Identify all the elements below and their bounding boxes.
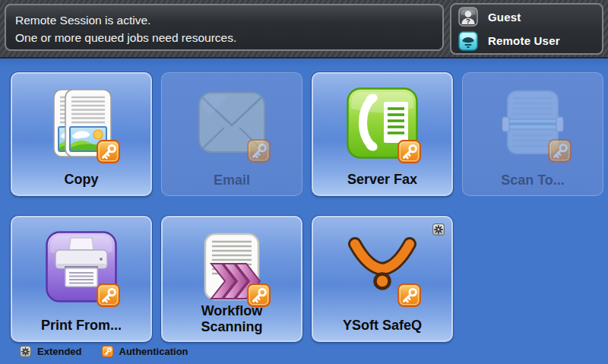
- service-tile-scan-to: Scan To...: [462, 72, 603, 196]
- authentication-key-icon: [247, 283, 271, 307]
- authentication-key-icon: [397, 140, 421, 163]
- session-users-panel: ? Guest Remote User: [450, 3, 603, 55]
- svg-text:?: ?: [466, 17, 470, 25]
- remote-user-button[interactable]: Remote User: [451, 29, 602, 52]
- tile-label: Email: [207, 173, 256, 188]
- tile-label: Print From...: [35, 318, 128, 334]
- services-area: Copy Email: [0, 59, 608, 364]
- tile-label: Scan To...: [495, 173, 571, 188]
- legend-extended-label: Extended: [37, 346, 82, 357]
- service-tile-print-from[interactable]: Print From...: [11, 216, 152, 342]
- service-tile-email: Email: [161, 72, 302, 196]
- service-tile-workflow-scanning[interactable]: Workflow Scanning: [161, 216, 302, 342]
- legend-item-authentication: Authentication: [102, 346, 188, 357]
- status-message-box: Remote Session is active. One or more qu…: [5, 4, 444, 51]
- status-message-line1: Remote Session is active.: [15, 11, 433, 29]
- status-message-line2: One or more queued jobs need resources.: [15, 29, 433, 46]
- service-tile-ysoft-safeq[interactable]: YSoft SafeQ: [312, 216, 453, 342]
- printer-home-screen: Remote Session is active. One or more qu…: [0, 0, 608, 364]
- status-bar: Remote Session is active. One or more qu…: [0, 0, 608, 59]
- authentication-key-icon: [397, 283, 421, 307]
- guest-user-label: Guest: [488, 11, 521, 24]
- legend-authentication-label: Authentication: [119, 346, 188, 357]
- extended-gear-icon: [432, 223, 445, 236]
- service-tile-copy[interactable]: Copy: [11, 72, 152, 196]
- authentication-key-icon: [548, 139, 572, 163]
- tile-label: Server Fax: [341, 172, 423, 188]
- badge-legend: Extended Authentication: [20, 343, 188, 359]
- guest-user-button[interactable]: ? Guest: [451, 5, 602, 29]
- guest-user-icon: ?: [458, 7, 478, 27]
- tile-label: Copy: [59, 172, 105, 188]
- authentication-key-icon: [97, 283, 120, 307]
- authentication-key-icon: [97, 140, 120, 163]
- remote-user-icon: [458, 31, 478, 51]
- authentication-key-icon: [247, 139, 271, 163]
- legend-item-extended: Extended: [20, 346, 82, 357]
- gear-badge-icon: [20, 346, 31, 357]
- tile-label: YSoft SafeQ: [337, 318, 428, 334]
- service-tile-server-fax[interactable]: Server Fax: [312, 72, 453, 196]
- tile-label: Workflow Scanning: [163, 303, 301, 335]
- key-badge-icon: [102, 346, 113, 357]
- remote-user-label: Remote User: [488, 34, 560, 47]
